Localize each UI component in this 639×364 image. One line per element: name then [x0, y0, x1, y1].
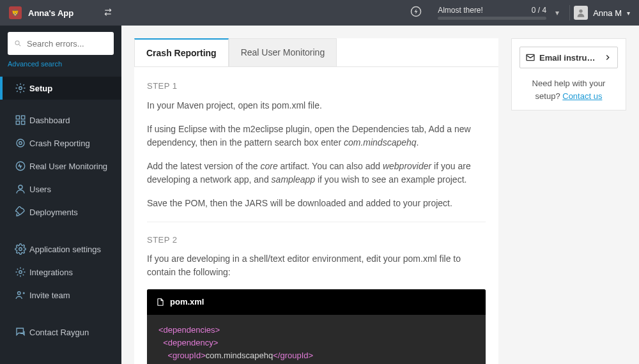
svg-point-2 [15, 41, 19, 45]
nav-label: Dashboard [29, 116, 70, 125]
svg-point-10 [16, 162, 25, 171]
nav-label: Setup [29, 84, 52, 93]
app-name: Anna's App [28, 8, 73, 18]
nav-label: Integrations [29, 268, 73, 277]
sidebar-item-deployments[interactable]: Deployments [0, 201, 121, 224]
svg-point-11 [19, 185, 22, 189]
svg-point-8 [17, 139, 24, 147]
chevron-right-icon [603, 53, 612, 62]
target-icon [12, 137, 29, 149]
search-input-wrap[interactable] [8, 32, 114, 55]
content-panel: Crash Reporting Real User Monitoring STE… [134, 38, 498, 364]
avatar [574, 6, 588, 20]
gear-icon [12, 82, 29, 94]
progress-caret-icon[interactable]: ▾ [555, 8, 559, 17]
puzzle-icon [12, 266, 29, 278]
svg-point-13 [19, 271, 22, 274]
topbar-app: 🦁 Anna's App [0, 6, 121, 19]
shuffle-icon[interactable] [104, 8, 112, 19]
code-content: <dependencies> <dependency> <groupId>com… [147, 315, 486, 365]
svg-rect-6 [16, 121, 19, 125]
sidebar-item-appsettings[interactable]: Application settings [0, 238, 121, 261]
divider [569, 5, 570, 20]
sidebar-item-users[interactable]: Users [0, 178, 121, 201]
svg-rect-7 [22, 121, 25, 125]
tab-rum[interactable]: Real User Monitoring [229, 38, 337, 66]
step2-p1: If you are developing in a shell/text ed… [147, 252, 486, 279]
user-icon [12, 183, 29, 195]
nav-label: Deployments [29, 208, 78, 217]
topbar: 🦁 Anna's App Almost there! 0 / 4 ▾ Anna … [0, 0, 639, 26]
sidebar-item-integrations[interactable]: Integrations [0, 261, 121, 284]
rocket-icon [12, 206, 29, 218]
svg-point-14 [18, 292, 21, 295]
advanced-search-link[interactable]: Advanced search [8, 60, 121, 68]
progress-label: Almost there! [438, 6, 483, 15]
main: Crash Reporting Real User Monitoring STE… [121, 26, 639, 364]
app-logo: 🦁 [9, 6, 22, 19]
settings-icon [12, 243, 29, 255]
chat-icon [12, 326, 29, 338]
team-icon [12, 289, 29, 301]
tab-crash-reporting[interactable]: Crash Reporting [134, 38, 229, 66]
step2-label: STEP 2 [147, 234, 486, 246]
nav-label: Users [29, 185, 51, 194]
pulse-icon [12, 160, 29, 172]
nav-label: Application settings [29, 245, 101, 254]
code-filename: pom.xml [170, 296, 204, 308]
nav-label: Real User Monitoring [29, 162, 107, 171]
dashboard-icon [12, 114, 29, 126]
svg-point-12 [19, 248, 22, 251]
search-input[interactable] [27, 39, 107, 49]
step1-p1: In your Maven project, open its pom.xml … [147, 99, 486, 112]
tabs: Crash Reporting Real User Monitoring [134, 38, 498, 67]
nav-label: Contact Raygun [29, 328, 89, 337]
sidebar-item-invite[interactable]: Invite team [0, 284, 121, 307]
sidebar-item-setup[interactable]: Setup [0, 77, 121, 100]
mail-icon [525, 52, 535, 63]
code-header: pom.xml [147, 289, 486, 315]
sidebar-item-crash[interactable]: Crash Reporting [0, 132, 121, 155]
help-aside: Email instructi… Need help with your set… [511, 38, 626, 110]
code-block: pom.xml <dependencies> <dependency> <gro… [147, 289, 486, 364]
svg-point-3 [19, 87, 22, 90]
progress-bar [438, 17, 546, 20]
email-btn-label: Email instructi… [539, 53, 599, 63]
svg-rect-4 [16, 116, 19, 119]
user-caret-icon: ▾ [627, 10, 630, 17]
contact-us-link[interactable]: Contact us [562, 91, 602, 101]
sidebar-item-contact[interactable]: Contact Raygun [0, 321, 121, 344]
progress-count: 0 / 4 [532, 6, 546, 15]
user-menu[interactable]: Anna M ▾ [574, 6, 630, 20]
help-text: Need help with your setup? Contact us [520, 77, 618, 102]
step1-p2: If using Eclipse with the m2eclipse plug… [147, 123, 486, 149]
step1-label: STEP 1 [147, 80, 486, 93]
divider [147, 222, 486, 222]
nav-label: Crash Reporting [29, 139, 90, 148]
email-instructions-button[interactable]: Email instructi… [520, 47, 618, 68]
sidebar-item-rum[interactable]: Real User Monitoring [0, 155, 121, 178]
content-body: STEP 1 In your Maven project, open its p… [134, 67, 498, 364]
svg-point-9 [19, 142, 22, 145]
sidebar-item-dashboard[interactable]: Dashboard [0, 109, 121, 132]
sidebar: Advanced search Setup Dashboard Crash Re… [0, 26, 121, 364]
file-icon [156, 298, 165, 307]
step1-p3: Add the latest version of the core artif… [147, 160, 486, 186]
bolt-icon[interactable] [403, 5, 429, 20]
onboarding-progress[interactable]: Almost there! 0 / 4 [438, 6, 546, 20]
step1-p4: Save the POM, then the JARS will be down… [147, 197, 486, 210]
user-name: Anna M [593, 8, 622, 18]
svg-point-1 [580, 10, 583, 13]
svg-rect-5 [22, 116, 25, 119]
nav-label: Invite team [29, 291, 70, 300]
